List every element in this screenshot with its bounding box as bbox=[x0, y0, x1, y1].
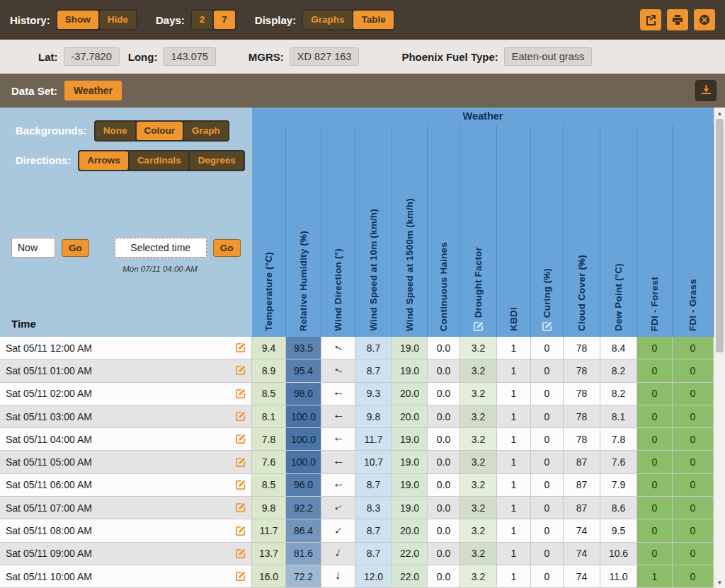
cell-ws10: 8.3 bbox=[355, 497, 392, 519]
cell-kbdi: 1 bbox=[497, 474, 531, 497]
cell-ws1500: 19.0 bbox=[392, 451, 428, 473]
cell-fdig: 0 bbox=[673, 428, 714, 451]
cell-df: 3.2 bbox=[460, 565, 497, 588]
row-time-label: Sat 05/11 04:00 AM bbox=[0, 434, 236, 445]
days-2-button[interactable]: 2 bbox=[192, 11, 213, 29]
cell-dew: 7.8 bbox=[600, 428, 637, 451]
cell-fdig: 0 bbox=[673, 451, 714, 473]
display-graphs-button[interactable]: Graphs bbox=[303, 11, 352, 29]
edit-row-button[interactable] bbox=[236, 457, 246, 468]
background-graph-button[interactable]: Graph bbox=[184, 122, 228, 140]
cell-wdir: ↑ bbox=[321, 519, 355, 542]
download-button[interactable] bbox=[695, 80, 717, 101]
download-icon bbox=[701, 84, 712, 97]
wind-direction-arrow: ↑ bbox=[331, 524, 344, 537]
selected-time-go-button[interactable]: Go bbox=[213, 239, 241, 257]
column-header-rh: Relative Humidity (%) bbox=[286, 125, 321, 337]
cell-fdif: 0 bbox=[637, 428, 673, 451]
cell-haines: 0.0 bbox=[428, 451, 460, 473]
display-table-button[interactable]: Table bbox=[353, 11, 393, 29]
selected-time-note: Mon 07/11 04:00 AM bbox=[106, 265, 214, 273]
cell-rh: 92.2 bbox=[286, 497, 321, 519]
column-header-label: Wind Speed at 10m (km/h) bbox=[368, 209, 379, 331]
print-button[interactable] bbox=[667, 9, 688, 30]
scrollbar-thumb[interactable] bbox=[716, 119, 724, 352]
directions-arrows-button[interactable]: Arrows bbox=[79, 151, 128, 170]
cell-cloud: 78 bbox=[564, 359, 600, 382]
data-view: Backgrounds: None Colour Graph Direction… bbox=[0, 108, 725, 588]
column-header-ws10: Wind Speed at 10m (km/h) bbox=[355, 125, 392, 337]
edit-row-button[interactable] bbox=[236, 365, 246, 376]
edit-icon[interactable] bbox=[474, 321, 484, 331]
history-hide-button[interactable]: Hide bbox=[100, 11, 136, 29]
time-cell: Sat 05/11 07:00 AM bbox=[0, 497, 252, 519]
edit-row-button[interactable] bbox=[236, 480, 246, 490]
edit-row-button[interactable] bbox=[236, 526, 246, 536]
cell-ws10: 8.7 bbox=[355, 519, 392, 542]
time-column-header: Time bbox=[11, 318, 36, 330]
time-cell: Sat 05/11 12:00 AM bbox=[0, 337, 252, 359]
open-external-button[interactable] bbox=[640, 9, 661, 30]
now-input[interactable] bbox=[11, 238, 55, 258]
edit-row-button[interactable] bbox=[236, 548, 246, 559]
cell-rh: 96.0 bbox=[286, 474, 321, 497]
column-header-haines: Continuous Haines bbox=[428, 125, 460, 337]
wind-direction-arrow: ↑ bbox=[331, 342, 345, 353]
table-title: Weather bbox=[252, 108, 714, 125]
column-header-label: FDI - Grass bbox=[687, 279, 698, 331]
directions-degrees-button[interactable]: Degrees bbox=[190, 151, 243, 170]
cell-fdig: 0 bbox=[673, 497, 714, 519]
edit-row-button[interactable] bbox=[236, 502, 246, 513]
column-header-fdig: FDI - Grass bbox=[673, 125, 714, 337]
cell-fdig: 0 bbox=[673, 383, 714, 405]
cell-fdif: 0 bbox=[637, 543, 673, 565]
cell-kbdi: 1 bbox=[497, 565, 531, 588]
directions-cardinals-button[interactable]: Cardinals bbox=[130, 151, 189, 170]
selected-time-input[interactable] bbox=[115, 238, 207, 258]
cell-cloud: 74 bbox=[564, 519, 600, 542]
column-header-label: KBDI bbox=[508, 307, 519, 331]
scroll-down-icon[interactable]: ▼ bbox=[714, 577, 725, 588]
cell-rh: 93.5 bbox=[286, 337, 321, 359]
cell-haines: 0.0 bbox=[428, 565, 460, 588]
cell-ws1500: 19.0 bbox=[392, 428, 428, 451]
cell-wdir: ↑ bbox=[321, 497, 355, 519]
dataset-weather-button[interactable]: Weather bbox=[64, 81, 122, 100]
cell-rh: 100.0 bbox=[286, 451, 321, 473]
window-actions bbox=[640, 9, 715, 30]
cell-fdif: 0 bbox=[637, 337, 673, 359]
edit-row-button[interactable] bbox=[236, 571, 246, 582]
cell-ws10: 10.7 bbox=[355, 451, 392, 473]
edit-row-button[interactable] bbox=[236, 388, 246, 399]
wind-direction-arrow: ↑ bbox=[331, 502, 345, 513]
wind-direction-arrow: ↑ bbox=[332, 437, 344, 443]
cell-haines: 0.0 bbox=[428, 474, 460, 497]
table-row: Sat 05/11 12:00 AM9.493.5↑8.719.00.03.21… bbox=[0, 337, 714, 359]
edit-row-button[interactable] bbox=[236, 342, 246, 353]
mgrs-field: MGRS: XD 827 163 bbox=[249, 47, 360, 66]
location-info-bar: Lat: -37.7820 Long: 143.075 MGRS: XD 827… bbox=[0, 40, 725, 74]
cell-dew: 7.6 bbox=[600, 451, 637, 473]
cell-df: 3.2 bbox=[460, 519, 497, 542]
column-header-wdir: Wind Direction (°) bbox=[321, 125, 355, 337]
cell-dew: 8.1 bbox=[600, 405, 637, 428]
time-cell: Sat 05/11 06:00 AM bbox=[0, 474, 252, 497]
cell-cloud: 74 bbox=[564, 565, 600, 588]
cell-cloud: 78 bbox=[564, 383, 600, 405]
column-header-label: Cloud Cover (%) bbox=[576, 255, 587, 331]
background-none-button[interactable]: None bbox=[96, 122, 135, 140]
background-colour-button[interactable]: Colour bbox=[137, 122, 183, 140]
cell-df: 3.2 bbox=[460, 428, 497, 451]
edit-row-button[interactable] bbox=[236, 411, 246, 422]
now-go-button[interactable]: Go bbox=[62, 239, 89, 257]
row-time-label: Sat 05/11 06:00 AM bbox=[0, 479, 236, 490]
days-7-button[interactable]: 7 bbox=[214, 11, 235, 29]
close-button[interactable] bbox=[694, 9, 715, 30]
column-header-cloud: Cloud Cover (%) bbox=[564, 125, 600, 337]
vertical-scrollbar[interactable]: ▲ ▼ bbox=[714, 108, 725, 588]
edit-row-button[interactable] bbox=[236, 434, 246, 444]
edit-icon[interactable] bbox=[542, 321, 552, 331]
history-show-button[interactable]: Show bbox=[57, 11, 98, 29]
cell-temp: 8.9 bbox=[252, 359, 286, 382]
scroll-up-icon[interactable]: ▲ bbox=[714, 108, 725, 119]
